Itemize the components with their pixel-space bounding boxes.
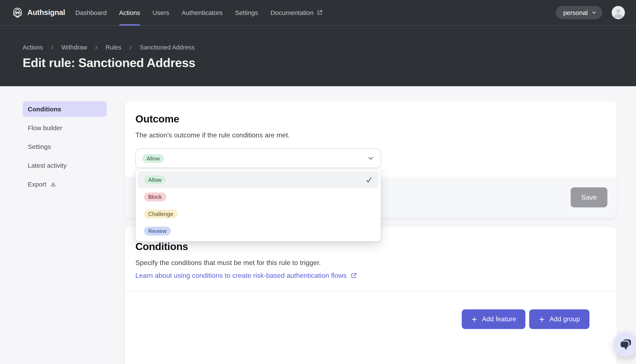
plus-icon (539, 316, 545, 322)
conditions-docs-link[interactable]: Learn about using conditions to create r… (135, 272, 357, 280)
brand-wordmark: Authsignal (27, 8, 65, 17)
user-avatar[interactable] (612, 6, 625, 19)
conditions-card: Conditions Specify the conditions that m… (125, 227, 617, 364)
external-link-icon (316, 10, 323, 16)
chevron-right-icon (128, 45, 133, 50)
app-root: Authsignal Dashboard Actions Users Authe… (0, 0, 636, 364)
chevron-right-icon (50, 45, 55, 50)
sidebar-item-latest-activity[interactable]: Latest activity (23, 158, 107, 173)
outcome-option-review[interactable]: Review (138, 222, 379, 240)
breadcrumb-rules[interactable]: Rules (106, 44, 121, 51)
sidebar-item-export[interactable]: Export (23, 176, 107, 192)
rule-sidebar: Conditions Flow builder Settings Latest … (23, 101, 107, 364)
main-column: Outcome The action's outcome if the rule… (125, 101, 617, 364)
sidebar-item-flow-builder[interactable]: Flow builder (23, 120, 107, 136)
nav-item-documentation[interactable]: Documentation (271, 0, 323, 25)
chevron-right-icon (94, 45, 99, 50)
conditions-actions-row: Add feature Add group (135, 310, 606, 329)
selected-outcome-badge: Allow (142, 154, 164, 163)
outcome-select[interactable]: Allow (135, 148, 381, 168)
outcome-option-allow[interactable]: Allow (138, 171, 379, 188)
page-title: Edit rule: Sanctioned Address (23, 56, 636, 70)
breadcrumb: Actions Withdraw Rules Sanctioned Addres… (23, 44, 636, 51)
checkmark-icon (365, 176, 373, 183)
sidebar-item-settings[interactable]: Settings (23, 139, 107, 154)
breadcrumb-actions[interactable]: Actions (23, 44, 43, 51)
save-button[interactable]: Save (571, 187, 607, 208)
tenant-name: personal (563, 9, 588, 16)
authsignal-logo-icon (12, 7, 23, 18)
breadcrumb-withdraw[interactable]: Withdraw (61, 44, 87, 51)
outcome-dropdown-menu: Allow Block Challenge Review (135, 169, 381, 242)
nav-item-authenticators[interactable]: Authenticators (182, 0, 222, 25)
outcome-title: Outcome (135, 113, 606, 125)
page-header: Actions Withdraw Rules Sanctioned Addres… (0, 26, 636, 86)
conditions-description: Specify the conditions that must be met … (135, 259, 606, 267)
add-group-button[interactable]: Add group (529, 310, 589, 329)
top-nav: Authsignal Dashboard Actions Users Authe… (0, 0, 636, 26)
chat-bubbles-icon (619, 338, 632, 351)
outcome-option-challenge[interactable]: Challenge (138, 205, 379, 222)
add-feature-button[interactable]: Add feature (462, 310, 526, 329)
chevron-down-icon (591, 10, 597, 15)
conditions-title: Conditions (135, 241, 606, 252)
nav-items: Dashboard Actions Users Authenticators S… (75, 0, 323, 25)
content-area: Conditions Flow builder Settings Latest … (0, 86, 636, 364)
outcome-card-body: Outcome The action's outcome if the rule… (125, 101, 617, 177)
sidebar-item-conditions[interactable]: Conditions (23, 101, 107, 117)
external-link-icon (350, 272, 357, 279)
nav-item-users[interactable]: Users (152, 0, 169, 25)
nav-item-actions[interactable]: Actions (119, 0, 140, 25)
conditions-divider (125, 291, 617, 292)
outcome-description: The action's outcome if the rule conditi… (135, 132, 606, 139)
download-icon (50, 181, 57, 187)
brand-logo[interactable]: Authsignal (12, 7, 65, 18)
breadcrumb-sanctioned-address[interactable]: Sanctioned Address (140, 44, 195, 51)
nav-item-settings[interactable]: Settings (235, 0, 258, 25)
plus-icon (471, 316, 478, 322)
chevron-down-icon (367, 155, 374, 162)
chat-widget-button[interactable] (613, 332, 636, 357)
nav-item-dashboard[interactable]: Dashboard (75, 0, 107, 25)
outcome-option-block[interactable]: Block (138, 188, 379, 205)
tenant-switcher-button[interactable]: personal (556, 6, 602, 19)
